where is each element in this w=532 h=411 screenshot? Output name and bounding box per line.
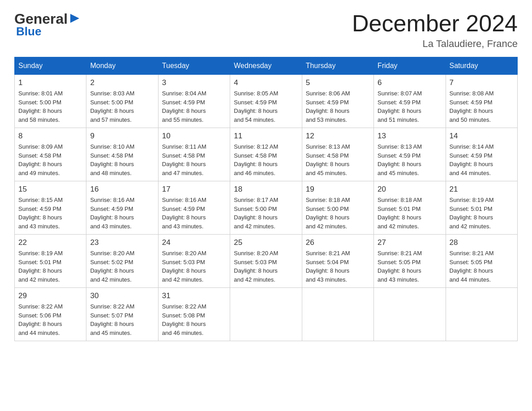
sun-info: Sunrise: 8:19 AMSunset: 5:01 PMDaylight:… (450, 196, 514, 231)
sun-info: Sunrise: 8:20 AMSunset: 5:02 PMDaylight:… (90, 249, 154, 284)
day-number: 18 (234, 185, 298, 194)
calendar-cell: 1 Sunrise: 8:01 AMSunset: 5:00 PMDayligh… (15, 75, 86, 128)
calendar-week-row: 1 Sunrise: 8:01 AMSunset: 5:00 PMDayligh… (15, 75, 518, 128)
sun-info: Sunrise: 8:14 AMSunset: 4:59 PMDaylight:… (450, 142, 514, 177)
day-number: 8 (18, 132, 82, 141)
sun-info: Sunrise: 8:10 AMSunset: 4:58 PMDaylight:… (90, 142, 154, 177)
calendar-cell: 18 Sunrise: 8:17 AMSunset: 5:00 PMDaylig… (230, 181, 302, 235)
page-header: General Blue December 2024 La Talaudiere… (14, 11, 518, 50)
day-number: 17 (162, 185, 226, 194)
logo: General Blue (14, 11, 81, 39)
sun-info: Sunrise: 8:05 AMSunset: 4:59 PMDaylight:… (234, 89, 298, 124)
sun-info: Sunrise: 8:22 AMSunset: 5:06 PMDaylight:… (18, 302, 82, 337)
day-number: 21 (450, 185, 514, 194)
day-number: 11 (234, 132, 298, 141)
calendar-header-friday: Friday (374, 57, 446, 75)
day-number: 1 (18, 78, 82, 87)
day-number: 22 (18, 238, 82, 247)
calendar-cell: 14 Sunrise: 8:14 AMSunset: 4:59 PMDaylig… (446, 128, 517, 181)
day-number: 30 (90, 291, 154, 300)
calendar-week-row: 15 Sunrise: 8:15 AMSunset: 4:59 PMDaylig… (15, 181, 518, 235)
sun-info: Sunrise: 8:03 AMSunset: 5:00 PMDaylight:… (90, 89, 154, 124)
calendar-cell: 9 Sunrise: 8:10 AMSunset: 4:58 PMDayligh… (86, 128, 158, 181)
calendar-cell: 4 Sunrise: 8:05 AMSunset: 4:59 PMDayligh… (230, 75, 302, 128)
calendar-cell: 7 Sunrise: 8:08 AMSunset: 4:59 PMDayligh… (446, 75, 517, 128)
day-number: 28 (450, 238, 514, 247)
calendar-cell: 29 Sunrise: 8:22 AMSunset: 5:06 PMDaylig… (15, 288, 86, 341)
sun-info: Sunrise: 8:22 AMSunset: 5:08 PMDaylight:… (162, 302, 226, 337)
day-number: 12 (306, 132, 370, 141)
calendar-header-saturday: Saturday (446, 57, 517, 75)
day-number: 5 (306, 78, 370, 87)
calendar-cell: 20 Sunrise: 8:18 AMSunset: 5:01 PMDaylig… (374, 181, 446, 235)
calendar-week-row: 29 Sunrise: 8:22 AMSunset: 5:06 PMDaylig… (15, 288, 518, 341)
sun-info: Sunrise: 8:06 AMSunset: 4:59 PMDaylight:… (306, 89, 370, 124)
day-number: 14 (450, 132, 514, 141)
sun-info: Sunrise: 8:13 AMSunset: 4:58 PMDaylight:… (306, 142, 370, 177)
calendar-cell: 16 Sunrise: 8:16 AMSunset: 4:59 PMDaylig… (86, 181, 158, 235)
day-number: 23 (90, 238, 154, 247)
sun-info: Sunrise: 8:18 AMSunset: 5:01 PMDaylight:… (378, 196, 442, 231)
day-number: 6 (378, 78, 442, 87)
calendar-cell: 28 Sunrise: 8:21 AMSunset: 5:05 PMDaylig… (446, 235, 517, 288)
day-number: 24 (162, 238, 226, 247)
calendar-cell: 31 Sunrise: 8:22 AMSunset: 5:08 PMDaylig… (158, 288, 230, 341)
day-number: 16 (90, 185, 154, 194)
calendar-cell (374, 288, 446, 341)
sun-info: Sunrise: 8:04 AMSunset: 4:59 PMDaylight:… (162, 89, 226, 124)
calendar-cell (230, 288, 302, 341)
day-number: 15 (18, 185, 82, 194)
calendar-cell: 2 Sunrise: 8:03 AMSunset: 5:00 PMDayligh… (86, 75, 158, 128)
sun-info: Sunrise: 8:20 AMSunset: 5:03 PMDaylight:… (162, 249, 226, 284)
calendar-cell: 13 Sunrise: 8:13 AMSunset: 4:59 PMDaylig… (374, 128, 446, 181)
sun-info: Sunrise: 8:11 AMSunset: 4:58 PMDaylight:… (162, 142, 226, 177)
calendar-cell: 3 Sunrise: 8:04 AMSunset: 4:59 PMDayligh… (158, 75, 230, 128)
sun-info: Sunrise: 8:22 AMSunset: 5:07 PMDaylight:… (90, 302, 154, 337)
sun-info: Sunrise: 8:08 AMSunset: 4:59 PMDaylight:… (450, 89, 514, 124)
calendar-cell (446, 288, 517, 341)
calendar-cell: 19 Sunrise: 8:18 AMSunset: 5:00 PMDaylig… (302, 181, 373, 235)
sun-info: Sunrise: 8:16 AMSunset: 4:59 PMDaylight:… (162, 196, 226, 231)
calendar-cell: 8 Sunrise: 8:09 AMSunset: 4:58 PMDayligh… (15, 128, 86, 181)
calendar-header-thursday: Thursday (302, 57, 373, 75)
day-number: 9 (90, 132, 154, 141)
calendar-cell: 24 Sunrise: 8:20 AMSunset: 5:03 PMDaylig… (158, 235, 230, 288)
calendar-header-monday: Monday (86, 57, 158, 75)
title-block: December 2024 La Talaudiere, France (352, 11, 518, 50)
calendar-cell: 11 Sunrise: 8:12 AMSunset: 4:58 PMDaylig… (230, 128, 302, 181)
location-text: La Talaudiere, France (352, 38, 518, 50)
calendar-cell: 22 Sunrise: 8:19 AMSunset: 5:01 PMDaylig… (15, 235, 86, 288)
calendar-cell: 15 Sunrise: 8:15 AMSunset: 4:59 PMDaylig… (15, 181, 86, 235)
sun-info: Sunrise: 8:21 AMSunset: 5:05 PMDaylight:… (450, 249, 514, 284)
sun-info: Sunrise: 8:18 AMSunset: 5:00 PMDaylight:… (306, 196, 370, 231)
calendar-header-sunday: Sunday (15, 57, 86, 75)
day-number: 29 (18, 291, 82, 300)
svg-marker-0 (70, 14, 79, 23)
sun-info: Sunrise: 8:01 AMSunset: 5:00 PMDaylight:… (18, 89, 82, 124)
calendar-cell (302, 288, 373, 341)
calendar-cell: 26 Sunrise: 8:21 AMSunset: 5:04 PMDaylig… (302, 235, 373, 288)
calendar-cell: 12 Sunrise: 8:13 AMSunset: 4:58 PMDaylig… (302, 128, 373, 181)
calendar-cell: 17 Sunrise: 8:16 AMSunset: 4:59 PMDaylig… (158, 181, 230, 235)
calendar-cell: 23 Sunrise: 8:20 AMSunset: 5:02 PMDaylig… (86, 235, 158, 288)
day-number: 20 (378, 185, 442, 194)
calendar-cell: 5 Sunrise: 8:06 AMSunset: 4:59 PMDayligh… (302, 75, 373, 128)
day-number: 13 (378, 132, 442, 141)
calendar-header-tuesday: Tuesday (158, 57, 230, 75)
day-number: 2 (90, 78, 154, 87)
calendar-week-row: 8 Sunrise: 8:09 AMSunset: 4:58 PMDayligh… (15, 128, 518, 181)
day-number: 7 (450, 78, 514, 87)
logo-triangle-icon (69, 12, 81, 25)
day-number: 31 (162, 291, 226, 300)
calendar-cell: 30 Sunrise: 8:22 AMSunset: 5:07 PMDaylig… (86, 288, 158, 341)
calendar-cell: 21 Sunrise: 8:19 AMSunset: 5:01 PMDaylig… (446, 181, 517, 235)
calendar-table: SundayMondayTuesdayWednesdayThursdayFrid… (14, 57, 518, 341)
sun-info: Sunrise: 8:21 AMSunset: 5:05 PMDaylight:… (378, 249, 442, 284)
logo-blue-text: Blue (14, 25, 81, 39)
month-title: December 2024 (352, 11, 518, 36)
day-number: 26 (306, 238, 370, 247)
calendar-cell: 25 Sunrise: 8:20 AMSunset: 5:03 PMDaylig… (230, 235, 302, 288)
calendar-cell: 6 Sunrise: 8:07 AMSunset: 4:59 PMDayligh… (374, 75, 446, 128)
day-number: 27 (378, 238, 442, 247)
calendar-header-row: SundayMondayTuesdayWednesdayThursdayFrid… (15, 57, 518, 75)
